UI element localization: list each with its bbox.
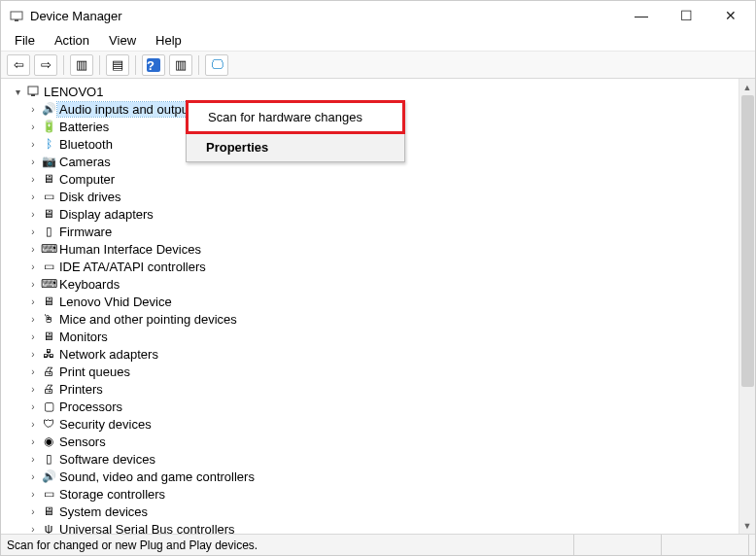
tree-category-label: Human Interface Devices xyxy=(57,242,201,257)
toolbar-properties-button[interactable]: ▤ xyxy=(106,54,129,76)
tree-category[interactable]: ›⌨Keyboards xyxy=(5,275,751,293)
tree-category-label: Display adapters xyxy=(57,207,154,222)
tree-category[interactable]: ›▭IDE ATA/ATAPI controllers xyxy=(5,258,751,275)
chevron-right-icon[interactable]: › xyxy=(26,191,40,202)
device-category-icon: 🖨 xyxy=(40,365,57,378)
tree-category-label: Cameras xyxy=(57,155,111,169)
tree-category[interactable]: ›🖥System devices xyxy=(5,503,751,520)
context-menu-properties[interactable]: Properties xyxy=(187,133,404,161)
toolbar-back-button[interactable]: ⇦ xyxy=(7,54,30,76)
device-category-icon: ▭ xyxy=(40,260,57,273)
close-button[interactable]: ✕ xyxy=(708,1,753,30)
tree-category-label: Network adapters xyxy=(57,347,158,362)
tree-category-label: Print queues xyxy=(57,365,130,379)
toolbar-scan-button[interactable]: 🖵 xyxy=(205,54,228,76)
chevron-right-icon[interactable]: › xyxy=(26,366,40,377)
toolbar-separator xyxy=(198,55,199,75)
device-category-icon: 📷 xyxy=(40,155,57,168)
chevron-right-icon[interactable]: › xyxy=(26,384,40,395)
tree-category-label: Software devices xyxy=(57,452,155,467)
tree-category[interactable]: ›🖥Computer xyxy=(5,170,751,188)
tree-category-label: System devices xyxy=(57,504,148,519)
tree-category[interactable]: ›▭Disk drives xyxy=(5,188,751,205)
tree-category[interactable]: ›🖱Mice and other pointing devices xyxy=(5,310,751,328)
menu-file[interactable]: File xyxy=(5,31,45,50)
tree-category[interactable]: ›▢Processors xyxy=(5,398,751,415)
chevron-right-icon[interactable]: › xyxy=(26,454,40,465)
chevron-right-icon[interactable]: › xyxy=(26,296,40,307)
tree-category[interactable]: ›🖨Print queues xyxy=(5,363,751,380)
toolbar-refresh-button[interactable]: ▥ xyxy=(169,54,192,76)
menu-help[interactable]: Help xyxy=(146,31,191,50)
scroll-down-button[interactable]: ▼ xyxy=(739,517,755,534)
maximize-button[interactable]: ☐ xyxy=(664,1,708,30)
chevron-right-icon[interactable]: › xyxy=(26,524,40,535)
properties-icon: ▤ xyxy=(112,57,123,72)
tree-category[interactable]: ›▯Software devices xyxy=(5,450,751,468)
tree-category[interactable]: ›▯Firmware xyxy=(5,223,751,240)
chevron-right-icon[interactable]: › xyxy=(26,401,40,412)
toolbar-separator xyxy=(63,55,64,75)
arrow-right-icon: ⇨ xyxy=(41,57,52,72)
menu-view[interactable]: View xyxy=(99,31,146,50)
chevron-right-icon[interactable]: › xyxy=(26,279,40,290)
tree-category[interactable]: ›🖥Monitors xyxy=(5,328,751,345)
toolbar-tree-button[interactable]: ▥ xyxy=(70,54,93,76)
tree-category[interactable]: ›⌨Human Interface Devices xyxy=(5,240,751,258)
menu-action[interactable]: Action xyxy=(45,31,99,50)
computer-icon xyxy=(24,85,42,98)
arrow-left-icon: ⇦ xyxy=(14,57,24,72)
tree-category-label: IDE ATA/ATAPI controllers xyxy=(57,260,206,274)
device-category-icon: 🖥 xyxy=(40,172,57,186)
tree-category-label: Printers xyxy=(57,382,103,397)
toolbar-forward-button[interactable]: ⇨ xyxy=(34,54,57,76)
chevron-right-icon[interactable]: › xyxy=(26,314,40,325)
vertical-scrollbar[interactable]: ▲ ▼ xyxy=(739,79,755,534)
svg-rect-2 xyxy=(28,87,38,94)
scroll-up-button[interactable]: ▲ xyxy=(739,79,755,95)
tree-category[interactable]: ›ψUniversal Serial Bus controllers xyxy=(5,520,751,534)
device-category-icon: 🖥 xyxy=(40,207,57,221)
chevron-right-icon[interactable]: › xyxy=(26,226,40,237)
chevron-right-icon[interactable]: › xyxy=(26,506,40,517)
status-bar: Scan for changed or new Plug and Play de… xyxy=(1,534,755,555)
chevron-right-icon[interactable]: › xyxy=(26,139,40,150)
chevron-right-icon[interactable]: › xyxy=(26,104,40,115)
svg-rect-1 xyxy=(15,19,18,21)
chevron-right-icon[interactable]: › xyxy=(26,436,40,447)
tree-icon: ▥ xyxy=(76,57,87,72)
tree-category[interactable]: ›🖨Printers xyxy=(5,380,751,398)
chevron-right-icon[interactable]: › xyxy=(26,209,40,220)
chevron-right-icon[interactable]: › xyxy=(26,174,40,185)
toolbar-help-button[interactable]: ? xyxy=(142,54,165,76)
tree-category-label: Processors xyxy=(57,400,122,414)
tree-category-label: Audio inputs and outputs xyxy=(57,102,198,117)
chevron-right-icon[interactable]: › xyxy=(26,471,40,482)
scroll-thumb[interactable] xyxy=(741,95,754,387)
chevron-right-icon[interactable]: › xyxy=(26,419,40,430)
tree-category[interactable]: ›▭Storage controllers xyxy=(5,485,751,503)
chevron-down-icon[interactable]: ▾ xyxy=(11,87,24,97)
minimize-button[interactable]: — xyxy=(619,1,664,30)
chevron-right-icon[interactable]: › xyxy=(26,331,40,342)
chevron-right-icon[interactable]: › xyxy=(26,349,40,360)
tree-category[interactable]: ›🖧Network adapters xyxy=(5,345,751,363)
tree-category[interactable]: ›🖥Display adapters xyxy=(5,205,751,223)
toolbar-separator xyxy=(99,55,100,75)
chevron-right-icon[interactable]: › xyxy=(26,244,40,255)
chevron-right-icon[interactable]: › xyxy=(26,122,40,132)
tree-category[interactable]: ›◉Sensors xyxy=(5,433,751,450)
tree-category[interactable]: ›🛡Security devices xyxy=(5,415,751,433)
device-category-icon: ▭ xyxy=(40,487,57,501)
tree-root[interactable]: ▾ LENOVO1 xyxy=(5,83,751,100)
toolbar: ⇦ ⇨ ▥ ▤ ? ▥ 🖵 xyxy=(1,52,755,79)
tree-category-label: Disk drives xyxy=(57,190,121,204)
chevron-right-icon[interactable]: › xyxy=(26,489,40,500)
chevron-right-icon[interactable]: › xyxy=(26,156,40,167)
tree-category[interactable]: ›🔊Sound, video and game controllers xyxy=(5,468,751,485)
chevron-right-icon[interactable]: › xyxy=(26,261,40,272)
context-menu-scan-hardware[interactable]: Scan for hardware changes xyxy=(186,100,405,134)
svg-rect-3 xyxy=(31,94,35,96)
tree-category[interactable]: ›🖥Lenovo Vhid Device xyxy=(5,293,751,310)
tree-category-label: Lenovo Vhid Device xyxy=(57,295,172,309)
